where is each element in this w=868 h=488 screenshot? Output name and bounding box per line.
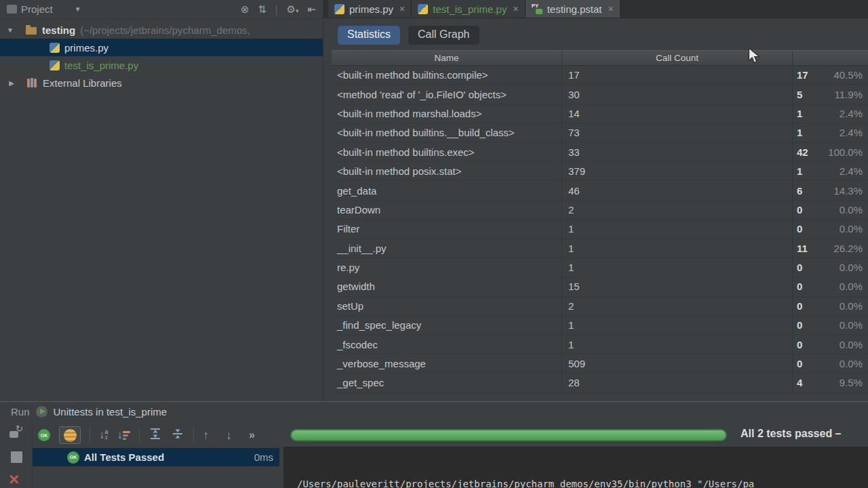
show-ignored-toggle[interactable] [59, 426, 81, 444]
table-row[interactable]: <built-in method posix.stat> 379 1 2.4% [332, 162, 868, 181]
tree-item-test-is-prime-py[interactable]: test_is_prime.py [0, 56, 323, 74]
cell-call-count: 1 [562, 316, 793, 334]
pstat-file-icon: PY [532, 3, 542, 14]
project-tool-window: Project ▼ ⊗ ⇅ | ⚙▾ ⇤ ▼ testing (~/projec… [0, 0, 323, 401]
close-icon[interactable]: × [608, 3, 614, 14]
cell-time: 1 2.4% [793, 165, 868, 177]
expand-all-icon[interactable] [149, 428, 162, 443]
cell-time-value: 0 [797, 262, 802, 273]
tab-testing-pstat[interactable]: PY testing.pstat × [526, 0, 620, 18]
cell-time-percent: 26.2% [833, 243, 863, 254]
table-row[interactable]: _fscodec 1 0 0.0% [332, 335, 868, 354]
hide-panel-icon[interactable]: ⇤ [307, 3, 316, 16]
libraries-icon [27, 78, 37, 87]
run-tool-window: Run Unittests in test_is_prime ↻ × OK ↓a… [0, 401, 868, 488]
cell-time-percent: 9.5% [840, 377, 863, 388]
test-runner-toolbar: OK ↓az ↓ ↑ ↓ » [38, 426, 254, 444]
sort-by-duration-icon[interactable]: ↓ [117, 428, 131, 442]
tab-primes-py[interactable]: primes.py × [328, 0, 412, 18]
python-file-icon [418, 4, 428, 14]
table-header: Name Call Count [332, 50, 868, 66]
table-row[interactable]: setUp 2 0 0.0% [332, 297, 868, 316]
run-configuration-name: Unittests in test_is_prime [54, 406, 167, 418]
stop-icon[interactable] [11, 451, 22, 463]
chevron-down-icon[interactable]: ▼ [75, 5, 81, 13]
table-row[interactable]: <built-in method builtins.exec> 33 42 10… [332, 143, 868, 162]
close-icon[interactable]: × [399, 3, 405, 14]
expanded-arrow-icon[interactable]: ▼ [5, 26, 15, 34]
cell-time-value: 0 [797, 204, 802, 216]
test-result-row[interactable]: OK All Tests Passed 0ms [33, 448, 279, 466]
table-row[interactable]: <method 'read' of '_io.FileIO' objects> … [332, 85, 868, 104]
gear-icon[interactable]: ⚙▾ [286, 3, 298, 16]
cell-time: 1 2.4% [793, 108, 868, 119]
tree-item-primes-py[interactable]: primes.py [0, 39, 323, 56]
cell-time: 6 14.3% [793, 185, 868, 197]
table-row[interactable]: Filter 1 0 0.0% [332, 220, 868, 239]
more-actions-icon[interactable]: » [249, 429, 254, 441]
console-output[interactable]: /Users/pauleveritt/projects/jetbrains/py… [283, 447, 868, 488]
tab-label: primes.py [349, 3, 393, 15]
cell-time-value: 5 [797, 89, 802, 100]
table-row[interactable]: __init__.py 1 11 26.2% [332, 239, 868, 258]
table-row[interactable]: tearDown 2 0 0.0% [332, 201, 868, 220]
table-row[interactable]: _get_spec 28 4 9.5% [332, 373, 868, 392]
cell-time: 0 0.0% [793, 300, 868, 312]
collapse-all-icon[interactable]: ⇅ [258, 3, 267, 16]
cell-name: <built-in method marshal.loads> [332, 104, 562, 123]
cell-time: 5 11.9% [793, 89, 868, 100]
close-icon[interactable]: × [513, 3, 518, 14]
tab-test-is-prime-py[interactable]: test_is_prime.py × [412, 0, 525, 18]
cell-time-percent: 40.5% [833, 69, 863, 81]
cell-time-value: 0 [797, 358, 802, 369]
next-failed-test-icon[interactable]: ↓ [226, 428, 232, 443]
test-duration: 0ms [254, 451, 273, 463]
rerun-tests-icon[interactable]: ↻ [9, 427, 22, 438]
close-panel-icon[interactable]: × [9, 470, 19, 488]
cell-time-value: 0 [797, 319, 802, 331]
table-row[interactable]: <built-in method marshal.loads> 14 1 2.4… [332, 104, 868, 123]
tree-item-path: (~/projects/jetbrains/pycharm_demos, [80, 24, 250, 36]
previous-failed-test-icon[interactable]: ↑ [203, 428, 209, 443]
toolbar-separator [139, 428, 140, 443]
tab-label: testing.pstat [547, 3, 602, 15]
cell-name: _fscodec [332, 335, 562, 353]
table-row[interactable]: _verbose_message 509 0 0.0% [332, 354, 868, 373]
show-passed-icon[interactable]: OK [38, 429, 50, 441]
profiler-view-tabs: Statistics Call Graph [338, 26, 479, 45]
collapse-all-icon[interactable] [171, 428, 184, 443]
cell-time-percent: 0.0% [840, 262, 863, 273]
editor-tab-bar: primes.py × test_is_prime.py × PY testin… [323, 0, 868, 18]
table-row[interactable]: <built-in method builtins.__build_class>… [332, 123, 868, 142]
run-left-toolbar: ↻ × [0, 422, 33, 488]
cell-time-percent: 0.0% [840, 319, 863, 331]
tree-item-external-libraries[interactable]: ▶ External Libraries [0, 74, 323, 92]
cell-call-count: 1 [562, 220, 793, 238]
table-row[interactable]: getwidth 15 0 0.0% [332, 277, 868, 296]
cell-time: 11 26.2% [793, 243, 868, 254]
cell-call-count: 1 [562, 335, 793, 353]
cell-call-count: 509 [562, 354, 793, 373]
tree-item-label: testing [42, 24, 75, 36]
cell-time-value: 42 [797, 146, 808, 158]
locate-icon[interactable]: ⊗ [241, 3, 250, 16]
table-row[interactable]: get_data 46 6 14.3% [332, 181, 868, 200]
cell-name: _verbose_message [332, 354, 562, 373]
table-row[interactable]: _find_spec_legacy 1 0 0.0% [332, 316, 868, 335]
cell-time: 0 0.0% [793, 223, 868, 235]
table-row[interactable]: re.py 1 0 0.0% [332, 258, 868, 277]
cell-call-count: 1 [562, 239, 793, 258]
cell-time-value: 0 [797, 223, 802, 235]
column-header-name[interactable]: Name [332, 51, 562, 65]
cell-name: re.py [332, 258, 562, 277]
cell-time-value: 0 [797, 300, 802, 312]
table-row[interactable]: <built-in method builtins.compile> 17 17… [332, 66, 868, 85]
tree-item-testing[interactable]: ▼ testing (~/projects/jetbrains/pycharm_… [0, 21, 323, 39]
collapsed-arrow-icon[interactable]: ▶ [7, 79, 16, 87]
tab-statistics[interactable]: Statistics [338, 26, 400, 45]
cell-name: <built-in method builtins.exec> [332, 143, 562, 161]
toolbar-separator [90, 428, 90, 443]
cell-time-percent: 11.9% [835, 89, 863, 100]
tab-call-graph[interactable]: Call Graph [408, 26, 479, 45]
sort-alphabetically-icon[interactable]: ↓az [99, 428, 108, 442]
